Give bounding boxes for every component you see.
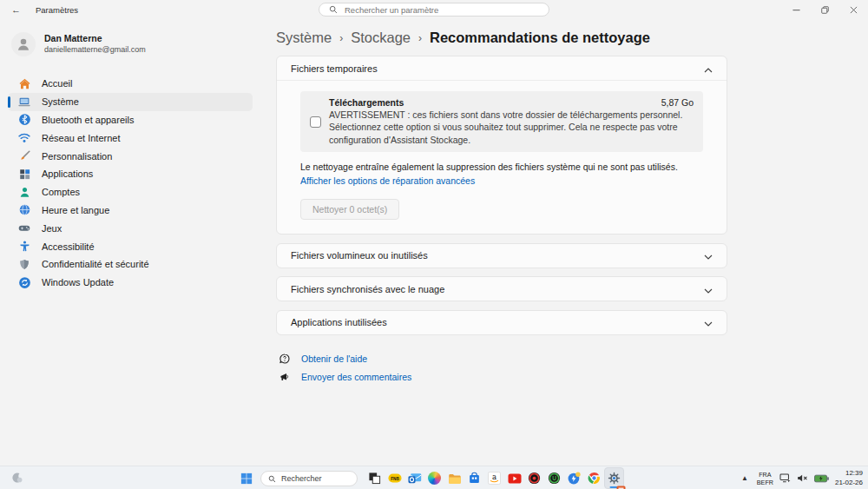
- cast-display-icon[interactable]: [779, 473, 791, 483]
- minimize-icon[interactable]: [782, 0, 811, 19]
- microsoft-store-icon[interactable]: [464, 467, 484, 489]
- chevron-down-icon: [704, 281, 713, 297]
- sidebar-item-heure-et-langue[interactable]: Heure et langue: [8, 202, 253, 220]
- user-email: daniellematterne@gmail.com: [44, 45, 146, 56]
- task-view-icon[interactable]: [365, 467, 385, 489]
- sidebar-item-confidentialit-et-s-curit-[interactable]: Confidentialité et sécurité: [8, 255, 253, 274]
- search-placeholder: Rechercher un paramètre: [345, 5, 438, 15]
- avatar: [11, 32, 36, 56]
- sidebar-nav: AccueilSystèmeBluetooth et appareilsRése…: [8, 75, 253, 292]
- fnb-icon[interactable]: FNB: [385, 467, 404, 489]
- sidebar-item-bluetooth-et-appareils[interactable]: Bluetooth et appareils: [8, 111, 253, 129]
- downloads-warning-text: AVERTISSEMENT : ces fichiers sont dans v…: [329, 109, 694, 146]
- file-explorer-icon[interactable]: [444, 467, 464, 489]
- partial-app-icon[interactable]: [616, 482, 626, 489]
- sidebar-item-accessibilit-[interactable]: Accessibilité: [8, 237, 253, 255]
- downloads-checkbox[interactable]: [310, 116, 321, 128]
- bluetooth-icon: [17, 113, 31, 127]
- sidebar-item-label: Accessibilité: [42, 241, 95, 252]
- sidebar-item-label: Applications: [42, 169, 93, 179]
- section-header[interactable]: Fichiers volumineux ou inutilisés: [277, 244, 727, 268]
- settings-window: ← Paramètres Rechercher un paramètre: [0, 0, 868, 489]
- chevron-down-icon: [704, 248, 713, 263]
- section-applications-inutilis-es: Applications inutilisées: [276, 310, 727, 335]
- user-profile[interactable]: Dan Matterne daniellematterne@gmail.com: [8, 25, 253, 63]
- youtube-icon[interactable]: [504, 467, 524, 489]
- home-icon: [17, 76, 31, 90]
- restore-icon[interactable]: [811, 0, 839, 19]
- amazon-icon[interactable]: a: [484, 467, 504, 489]
- system-icon: [17, 95, 31, 109]
- main-content: Système›Stockage›Recommandations de nett…: [260, 19, 868, 466]
- footer-link-label: Obtenir de l'aide: [301, 354, 367, 364]
- clean-button[interactable]: Nettoyer 0 octet(s): [300, 199, 399, 220]
- sidebar-item-label: Bluetooth et appareils: [42, 115, 134, 125]
- windows-update-icon: [17, 275, 31, 289]
- accessibility-icon: [17, 240, 31, 254]
- utorrent-icon[interactable]: U: [544, 467, 564, 489]
- section-title: Fichiers volumineux ou inutilisés: [291, 250, 428, 261]
- red-app-icon[interactable]: [524, 467, 544, 489]
- chevron-up-icon: [704, 61, 713, 76]
- back-button[interactable]: ←: [11, 5, 21, 15]
- page-title: Recommandations de nettoyage: [430, 30, 650, 46]
- accounts-icon: [17, 185, 31, 199]
- sidebar-item-syst-me[interactable]: Système: [8, 93, 253, 111]
- sidebar-item-applications[interactable]: Applications: [8, 165, 253, 183]
- sidebar-item-label: Confidentialité et sécurité: [42, 259, 149, 269]
- downloads-size: 5,87 Go: [661, 97, 694, 108]
- system-tray: ▲︎ FRA BEFR 12:39 21-02-26: [741, 466, 863, 489]
- section-temporary-files: Fichiers temporaires Téléchargements: [276, 56, 727, 235]
- copilot-icon[interactable]: [424, 467, 444, 489]
- sidebar-item-label: Comptes: [42, 187, 80, 197]
- window-title: Paramètres: [36, 5, 78, 15]
- footer-link-label: Envoyer des commentaires: [301, 372, 411, 382]
- section-title: Fichiers synchronisés avec le nuage: [291, 284, 444, 294]
- weather-icon[interactable]: [11, 472, 23, 487]
- window-controls: [782, 0, 868, 19]
- apps-icon: [17, 167, 31, 181]
- language-indicator[interactable]: FRA BEFR: [757, 471, 773, 486]
- feedback-icon: [279, 372, 290, 382]
- taskbar-search-label: Rechercher: [281, 474, 322, 483]
- chrome-icon[interactable]: [584, 467, 604, 489]
- breadcrumb-link[interactable]: Stockage: [351, 30, 411, 46]
- taskbar-search-input[interactable]: Rechercher: [260, 471, 358, 486]
- svg-text:U: U: [552, 475, 556, 481]
- footer-link-envoyer-des-commentaires[interactable]: Envoyer des commentaires: [279, 368, 727, 387]
- battery-icon[interactable]: [814, 474, 829, 483]
- tray-date: 21-02-26: [835, 479, 863, 487]
- section-title: Applications inutilisées: [291, 317, 387, 327]
- advanced-repair-link[interactable]: Afficher les options de réparation avanc…: [300, 175, 475, 186]
- breadcrumb: Système›Stockage›Recommandations de nett…: [276, 27, 868, 48]
- section-fichiers-synchronis-s-avec-le-nuage: Fichiers synchronisés avec le nuage: [276, 276, 727, 301]
- ea-app-icon[interactable]: [564, 467, 584, 489]
- section-header[interactable]: Applications inutilisées: [277, 311, 727, 334]
- volume-muted-icon[interactable]: [797, 473, 808, 483]
- privacy-icon: [17, 257, 31, 271]
- breadcrumb-separator: ›: [418, 31, 422, 44]
- breadcrumb-link[interactable]: Système: [276, 30, 332, 46]
- tray-chevron-up-icon[interactable]: ▲︎: [741, 474, 751, 482]
- outlook-icon[interactable]: [404, 467, 424, 489]
- start-button[interactable]: [237, 467, 256, 489]
- sidebar-item-accueil[interactable]: Accueil: [8, 75, 253, 93]
- time-language-icon: [17, 203, 31, 217]
- footer-link-obtenir-de-l-aide[interactable]: Obtenir de l'aide: [279, 350, 727, 368]
- sidebar-item-label: Jeux: [42, 223, 62, 234]
- personalization-icon: [17, 149, 31, 163]
- tray-time: 12:39: [835, 469, 863, 478]
- sidebar-item-comptes[interactable]: Comptes: [8, 183, 253, 202]
- sidebar-item-windows-update[interactable]: Windows Update: [8, 274, 253, 292]
- close-icon[interactable]: [839, 0, 868, 19]
- svg-text:a: a: [492, 472, 496, 481]
- settings-search-input[interactable]: Rechercher un paramètre: [319, 3, 549, 17]
- temporary-files-header[interactable]: Fichiers temporaires: [277, 56, 727, 80]
- sidebar-item-jeux[interactable]: Jeux: [8, 219, 253, 237]
- section-header[interactable]: Fichiers synchronisés avec le nuage: [277, 277, 727, 301]
- sidebar-item-personnalisation[interactable]: Personnalisation: [8, 147, 253, 165]
- sidebar-item-r-seau-et-internet[interactable]: Réseau et Internet: [8, 129, 253, 147]
- clock[interactable]: 12:39 21-02-26: [835, 469, 863, 487]
- cleanup-note: Le nettoyage entraîne également la suppr…: [300, 162, 703, 172]
- collapsed-sections: Fichiers volumineux ou inutilisésFichier…: [276, 243, 727, 335]
